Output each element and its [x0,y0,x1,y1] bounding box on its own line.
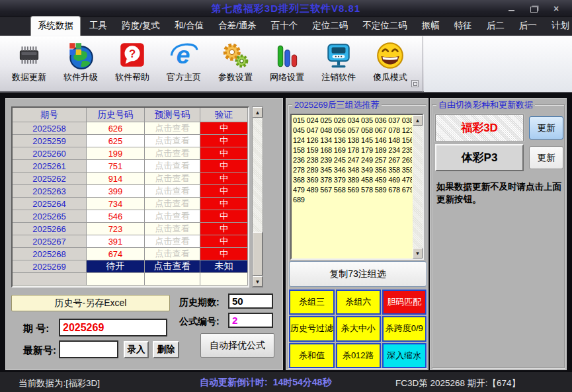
kill-group6-button[interactable]: 杀组六 [336,290,381,315]
predict-cell[interactable]: 点击查看 [145,173,200,185]
latest-result-status: FC3D第 2025268 期开:【674】 [395,377,520,389]
kill-size-button[interactable]: 杀大中小 [336,316,381,341]
gears-icon [220,40,251,71]
fc3d-update-button[interactable]: 更新 [529,116,563,139]
history-number-cell: 625 [87,135,145,147]
recommend-numbers: 015 024 025 026 034 035 036 037 038 045 … [293,116,412,258]
period-cell: 2025258 [13,122,87,135]
tab-5[interactable]: 百十个 [264,17,306,36]
tab-bar: 系统数据工具跨度/复式和/合值合差/通杀百十个定位二码不定位二码振幅特征后二后一… [0,17,572,36]
empty-cell [87,273,145,286]
deep-shrink-button[interactable]: 深入缩水 [382,343,427,368]
switcher-panel: 自由切换彩种和更新数据 福彩3D 更新 体彩P3 更新 如果数据更新不及时请点击… [430,98,567,370]
tab-7[interactable]: 不定位二码 [355,17,415,36]
enter-button[interactable]: 录入 [124,341,149,358]
toolbar-launcher-icon[interactable] [411,80,419,87]
toolbar-button-official-home[interactable]: e官方主页 [160,40,208,83]
verify-cell: 中 [200,185,248,198]
kill-012-button[interactable]: 杀012路 [336,343,381,368]
toolbar-buttons: 数据更新软件升级?软件帮助e官方主页参数设置网络设置注销软件傻瓜模式 [0,36,423,92]
countdown-value: 14时54分48秒 [273,377,332,387]
table-row: 2025263399点击查看中 [13,185,248,198]
latest-number-input[interactable] [59,340,118,358]
export-excel-button[interactable]: 历史号-另存Excel [11,295,170,311]
toolbar-button-software-upgrade[interactable]: 软件升级 [57,40,104,83]
table-row: 2025260199点击查看中 [13,147,248,160]
history-number-cell: 723 [87,223,145,235]
toolbar-button-logout-software[interactable]: 注销软件 [315,40,362,83]
tab-4[interactable]: 合差/通杀 [211,17,264,36]
tab-0[interactable]: 系统数据 [30,16,81,36]
auto-formula-button[interactable]: 自动择优公式 [200,333,274,358]
kill-group3-button[interactable]: 杀组三 [289,290,335,315]
monitor-icon [323,40,354,71]
p3-update-button[interactable]: 更新 [529,146,563,169]
tab-6[interactable]: 定位二码 [305,17,355,36]
p3-button[interactable]: 体彩P3 [435,144,524,171]
toolbar-button-network-settings[interactable]: 网络设置 [263,40,311,83]
predict-cell[interactable]: 点击查看 [145,223,200,235]
kill-sum-button[interactable]: 杀和值 [289,343,335,368]
predict-cell[interactable]: 点击查看 [145,235,200,248]
table-scrollbar[interactable]: ▲ ▼ [252,106,263,288]
dan-match-button[interactable]: 胆码匹配 [382,290,427,315]
toolbar-button-param-settings[interactable]: 参数设置 [212,40,259,83]
copy-groups-button[interactable]: 复制73注组选 [289,261,427,287]
period-label: 期 号: [23,323,49,335]
scroll-down-icon[interactable]: ▼ [413,248,423,258]
predict-cell[interactable]: 点击查看 [145,260,200,273]
textarea-scrollbar[interactable]: ▲ ▼ [413,115,423,258]
tab-2[interactable]: 跨度/复式 [114,17,167,36]
period-cell: 2025269 [13,260,87,273]
window-title: 第七感福彩3D排列三软件V8.81 [0,3,572,15]
close-icon[interactable]: × [550,3,563,14]
tab-12[interactable]: 计划 [544,17,572,36]
scroll-up-icon[interactable]: ▲ [413,115,423,126]
tab-10[interactable]: 后二 [479,17,512,36]
minimize-icon[interactable] [505,3,518,14]
table-row: 2025258626点击查看中 [13,122,248,135]
predict-cell[interactable]: 点击查看 [145,122,200,135]
delete-button[interactable]: 删除 [153,341,179,358]
period-input[interactable]: 2025269 [59,319,167,336]
history-filter-button[interactable]: 历史号过滤 [289,316,335,341]
tab-11[interactable]: 后一 [512,17,544,36]
history-number-cell: 399 [87,185,145,198]
history-count-input[interactable]: 50 [228,294,273,309]
restore-icon[interactable] [527,3,540,14]
predict-cell[interactable]: 点击查看 [145,160,200,173]
verify-cell: 中 [200,248,248,260]
tab-1[interactable]: 工具 [82,17,114,36]
column-header: 期号 [13,108,87,122]
predict-cell[interactable]: 点击查看 [145,210,200,223]
verify-cell: 中 [200,122,248,135]
scroll-thumb[interactable] [253,232,263,276]
verify-cell: 未知 [200,260,248,273]
predict-cell[interactable]: 点击查看 [145,248,200,260]
period-cell: 2025266 [13,223,87,235]
toolbar-button-data-update[interactable]: 数据更新 [5,40,53,83]
scroll-up-icon[interactable]: ▲ [253,107,263,118]
toolbar-button-fool-mode[interactable]: 傻瓜模式 [366,40,414,83]
toolbar-button-label: 网络设置 [270,71,304,83]
toolbar-button-software-help[interactable]: ?软件帮助 [108,40,156,83]
kill-span-button[interactable]: 杀跨度0/9 [382,316,427,341]
tab-8[interactable]: 振幅 [415,17,447,36]
verify-cell: 中 [200,135,248,147]
fc3d-button[interactable]: 福彩3D [435,114,524,141]
recommend-textarea[interactable]: 015 024 025 026 034 035 036 037 038 045 … [290,114,424,260]
scroll-down-icon[interactable]: ▼ [253,276,263,287]
predict-cell[interactable]: 点击查看 [145,198,200,210]
table-row: 2025261751点击查看中 [13,160,248,173]
ie-browser-icon: e [169,40,199,71]
toolbar: 数据更新软件升级?软件帮助e官方主页参数设置网络设置注销软件傻瓜模式 [0,36,572,93]
tab-9[interactable]: 特征 [447,17,479,36]
history-panel: 期号历史号码预测号码验证2025258626点击查看中2025259625点击查… [5,98,283,370]
tab-3[interactable]: 和/合值 [167,17,211,36]
predict-cell[interactable]: 点击查看 [145,185,200,198]
formula-number-input[interactable]: 2 [228,313,273,328]
empty-cell [13,273,87,286]
predict-cell[interactable]: 点击查看 [145,147,200,160]
column-header: 历史号码 [87,108,145,122]
predict-cell[interactable]: 点击查看 [145,135,200,147]
